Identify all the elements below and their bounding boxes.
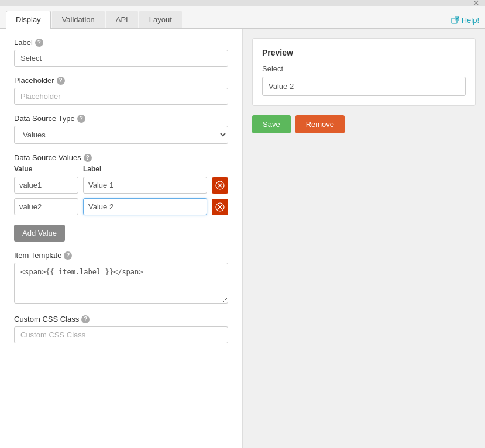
close-button[interactable]: ×	[473, 0, 479, 8]
content-area: Label ? Placeholder ? Data Source Type ?	[0, 29, 485, 448]
remove-button[interactable]: Remove	[295, 115, 345, 133]
preview-field-label: Select	[262, 64, 466, 73]
value-row-1	[14, 177, 228, 194]
value-input-2[interactable]	[14, 198, 78, 215]
item-template-textarea[interactable]: <span>{{ item.label }}</span>	[14, 263, 228, 304]
preview-input[interactable]	[262, 77, 466, 96]
placeholder-field-label: Placeholder ?	[14, 76, 228, 85]
title-bar: ×	[0, 0, 485, 6]
data-source-type-help-icon[interactable]: ?	[77, 115, 85, 123]
remove-row-1-icon	[215, 181, 225, 190]
custom-css-input[interactable]	[14, 326, 228, 343]
col-value-header: Value	[14, 165, 78, 173]
data-source-values-group: Data Source Values ? Value Label	[14, 153, 228, 215]
placeholder-group: Placeholder ?	[14, 76, 228, 105]
external-link-icon	[451, 16, 459, 25]
custom-css-group: Custom CSS Class ?	[14, 315, 228, 343]
remove-row-2-icon	[215, 202, 225, 212]
values-header: Value Label	[14, 165, 228, 173]
data-source-type-group: Data Source Type ? Values URL Resource	[14, 114, 228, 144]
placeholder-help-icon[interactable]: ?	[57, 77, 65, 85]
data-source-type-select[interactable]: Values URL Resource	[14, 126, 228, 144]
tab-api[interactable]: API	[106, 11, 138, 28]
data-source-type-label: Data Source Type ?	[14, 114, 228, 123]
label-input[interactable]	[14, 50, 228, 67]
tab-layout[interactable]: Layout	[139, 11, 182, 28]
value-input-1[interactable]	[14, 177, 78, 194]
col-label-header: Label	[83, 165, 228, 173]
custom-css-help-icon[interactable]: ?	[81, 315, 90, 323]
add-value-button[interactable]: Add Value	[14, 225, 65, 242]
label-input-2[interactable]	[83, 198, 207, 215]
help-link[interactable]: Help!	[451, 16, 479, 28]
preview-box: Preview Select	[252, 38, 476, 106]
tab-display[interactable]: Display	[6, 11, 51, 29]
item-template-label: Item Template ?	[14, 251, 228, 260]
remove-row-2-button[interactable]	[212, 199, 228, 215]
action-buttons: Save Remove	[252, 115, 476, 133]
preview-title: Preview	[262, 48, 466, 57]
tab-bar: Display Validation API Layout Help!	[0, 6, 485, 29]
value-row-2	[14, 198, 228, 215]
data-source-values-help-icon[interactable]: ?	[84, 154, 92, 162]
custom-css-label: Custom CSS Class ?	[14, 315, 228, 323]
main-window: × Display Validation API Layout Help!	[0, 0, 485, 448]
label-field-label: Label ?	[14, 38, 228, 47]
left-panel: Label ? Placeholder ? Data Source Type ?	[0, 29, 243, 448]
label-group: Label ?	[14, 38, 228, 67]
remove-row-1-button[interactable]	[212, 177, 228, 194]
save-button[interactable]: Save	[252, 115, 291, 133]
data-source-values-label: Data Source Values ?	[14, 153, 228, 162]
label-help-icon[interactable]: ?	[35, 39, 43, 47]
tab-validation[interactable]: Validation	[52, 11, 105, 28]
svg-rect-0	[452, 18, 457, 23]
item-template-help-icon[interactable]: ?	[64, 251, 72, 260]
placeholder-input[interactable]	[14, 88, 228, 105]
item-template-group: Item Template ? <span>{{ item.label }}</…	[14, 251, 228, 305]
right-panel: Preview Select Save Remove	[243, 29, 485, 448]
label-input-1[interactable]	[83, 177, 207, 194]
